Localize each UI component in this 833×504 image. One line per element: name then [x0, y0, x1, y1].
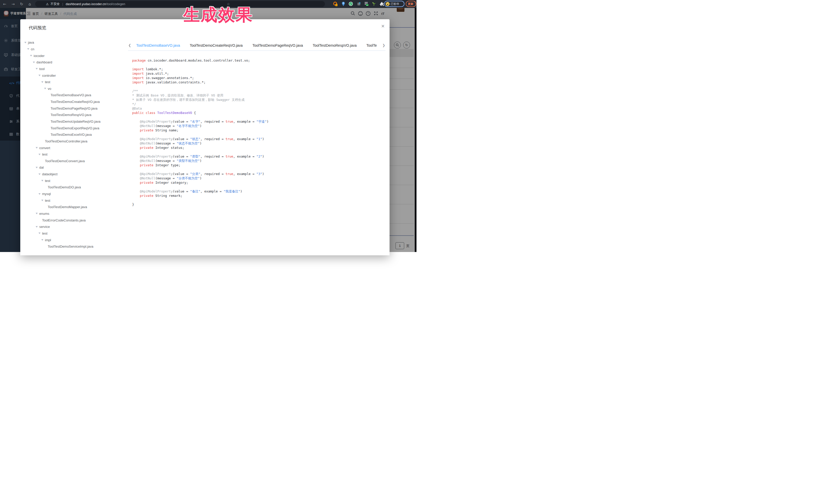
tree-node-label: ToolTestDemoBaseVO.java — [51, 93, 91, 97]
caret-down-icon[interactable] — [39, 173, 42, 175]
code-line: @ApiModelProperty(value = "备注", example … — [132, 189, 386, 193]
tree-node-label: ToolTestDemoController.java — [45, 139, 87, 143]
tree-node-label: service — [39, 225, 50, 229]
caret-down-icon[interactable] — [27, 48, 31, 50]
tabs-scroll-right-icon[interactable]: ❯ — [382, 43, 385, 47]
tree-folder[interactable]: service — [20, 223, 130, 230]
tree-node-label: test — [45, 199, 50, 202]
tree-node-label: iocoder — [33, 54, 45, 58]
tree-file[interactable]: ToolTestDemoDO.java — [20, 184, 130, 191]
tree-node-label: test — [45, 80, 50, 84]
tree-folder[interactable]: dataobject — [20, 171, 130, 177]
code-line: @ApiModelProperty(value = "状态", required… — [132, 137, 386, 141]
caret-down-icon[interactable] — [36, 213, 39, 214]
tree-file[interactable]: ToolTestDemoBaseVO.java — [20, 92, 130, 99]
tree-folder[interactable]: cn — [20, 46, 130, 53]
tree-folder[interactable]: mysql — [20, 191, 130, 197]
caret-down-icon[interactable] — [36, 147, 39, 149]
tab-ToolTestDemoPageReqVO.java[interactable]: ToolTestDemoPageReqVO.java — [248, 40, 308, 51]
tree-file[interactable]: ToolTestDemoServiceImpl.java — [20, 243, 130, 250]
tree-folder[interactable]: dal — [20, 164, 130, 171]
code-line: } — [132, 202, 386, 207]
code-line — [132, 133, 386, 137]
caret-down-icon[interactable] — [41, 81, 45, 83]
code-line: * 测试示例 Base VO，提供给添加、修改、详细的子 VO 使用 — [132, 93, 386, 97]
tab-ToolTestDemoRespVO.java[interactable]: ToolTestDemoRespVO.java — [308, 40, 362, 51]
tree-folder[interactable]: enums — [20, 211, 130, 217]
tree-folder[interactable]: test — [20, 177, 130, 184]
caret-down-icon[interactable] — [41, 239, 45, 241]
tree-file[interactable]: ToolTestDemoController.java — [20, 138, 130, 145]
tree-file[interactable]: ToolTestDemoConvert.java — [20, 158, 130, 165]
tree-node-label: ToolTestDemoDO.java — [48, 185, 81, 189]
tree-folder[interactable]: vo — [20, 85, 130, 92]
caret-down-icon[interactable] — [39, 154, 42, 155]
tree-folder[interactable]: iocoder — [20, 52, 130, 59]
tree-node-label: convert — [39, 146, 50, 150]
tab-ToolTestDemoCreateReqVO.java[interactable]: ToolTestDemoCreateReqVO.java — [185, 40, 247, 51]
tree-node-label: ToolTestDemoRespVO.java — [51, 113, 91, 117]
tree-node-label: ToolErrorCodeConstants.java — [42, 218, 86, 222]
tree-file[interactable]: ToolTestDemoMapper.java — [20, 204, 130, 211]
code-line — [132, 167, 386, 172]
tree-node-label: dal — [39, 166, 44, 169]
code-line: private String name; — [132, 128, 386, 133]
tree-folder[interactable]: test — [20, 79, 130, 86]
tree-folder[interactable]: java — [20, 39, 130, 46]
tree-node-label: ToolTestDemoExportReqVO.java — [51, 126, 99, 130]
tree-folder[interactable]: impl — [20, 237, 130, 243]
tree-file[interactable]: ToolErrorCodeConstants.java — [20, 217, 130, 223]
caret-down-icon[interactable] — [39, 233, 42, 234]
caret-down-icon[interactable] — [24, 42, 28, 43]
code-line: import lombok.*; — [132, 67, 386, 71]
code-line: import javax.validation.constraints.*; — [132, 80, 386, 85]
tree-folder[interactable]: test — [20, 151, 130, 158]
tree-file[interactable]: ToolTestDemoUpdateReqVO.java — [20, 118, 130, 125]
caret-down-icon[interactable] — [41, 180, 45, 182]
tree-file[interactable]: ToolTestDemoExportReqVO.java — [20, 125, 130, 131]
tree-folder[interactable]: dashboard — [20, 59, 130, 66]
tree-file[interactable]: ToolTestDemoCreateReqVO.java — [20, 99, 130, 105]
code-line: private Integer status; — [132, 145, 386, 150]
tree-folder[interactable]: test — [20, 197, 130, 204]
tree-node-label: mysql — [42, 192, 51, 196]
tree-node-label: ToolTestDemoMapper.java — [48, 205, 87, 209]
code-line: @Data — [132, 106, 386, 111]
tree-node-label: ToolTestDemoConvert.java — [45, 159, 85, 163]
caret-down-icon[interactable] — [41, 200, 45, 201]
tree-file[interactable]: ToolTestDemoPageReqVO.java — [20, 105, 130, 112]
code-line: private Integer type; — [132, 163, 386, 167]
caret-down-icon[interactable] — [36, 68, 39, 70]
caret-down-icon[interactable] — [39, 75, 42, 76]
tree-node-label: cn — [31, 47, 34, 51]
tab-ToolTestDemoBaseVO.java[interactable]: ToolTestDemoBaseVO.java — [132, 40, 185, 51]
code-viewer[interactable]: package cn.iocoder.dashboard.modules.too… — [132, 58, 386, 207]
tree-node-label: test — [42, 152, 47, 156]
code-line: @NotNull(message = "类型不能为空") — [132, 159, 386, 163]
caret-down-icon[interactable] — [36, 226, 39, 227]
caret-down-icon[interactable] — [33, 62, 37, 63]
tree-folder[interactable]: test — [20, 230, 130, 237]
tree-node-label: ToolTestDemoUpdateReqVO.java — [51, 120, 100, 123]
tree-node-label: tool — [39, 67, 45, 71]
tree-folder[interactable]: tool — [20, 66, 130, 72]
caret-down-icon[interactable] — [44, 88, 48, 89]
file-tree: javacniocoderdashboardtoolcontrollertest… — [20, 39, 130, 252]
tree-node-label: ToolTestDemoServiceImpl.java — [48, 244, 93, 248]
tree-file[interactable]: ToolTestDemoRespVO.java — [20, 112, 130, 118]
code-line: package cn.iocoder.dashboard.modules.too… — [132, 58, 386, 63]
tree-folder[interactable]: controller — [20, 72, 130, 79]
tab-ToolTe[interactable]: ToolTe — [362, 40, 382, 51]
code-line — [132, 63, 386, 67]
caret-down-icon[interactable] — [36, 167, 39, 168]
code-line: import io.swagger.annotations.*; — [132, 76, 386, 80]
tabs-scroll-left-icon[interactable]: ❮ — [128, 43, 132, 47]
tree-file[interactable]: ToolTestDemoExcelVO.java — [20, 131, 130, 138]
code-line: @NotNull(message = "分类不能为空") — [132, 176, 386, 181]
tree-folder[interactable]: convert — [20, 144, 130, 151]
caret-down-icon[interactable] — [39, 193, 42, 195]
browser-menu-icon[interactable]: ⋮ — [413, 1, 416, 3]
code-line: @ApiModelProperty(value = "分类", required… — [132, 172, 386, 176]
caret-down-icon[interactable] — [30, 55, 33, 56]
code-line: public class ToolTestDemoBaseVO { — [132, 111, 386, 115]
